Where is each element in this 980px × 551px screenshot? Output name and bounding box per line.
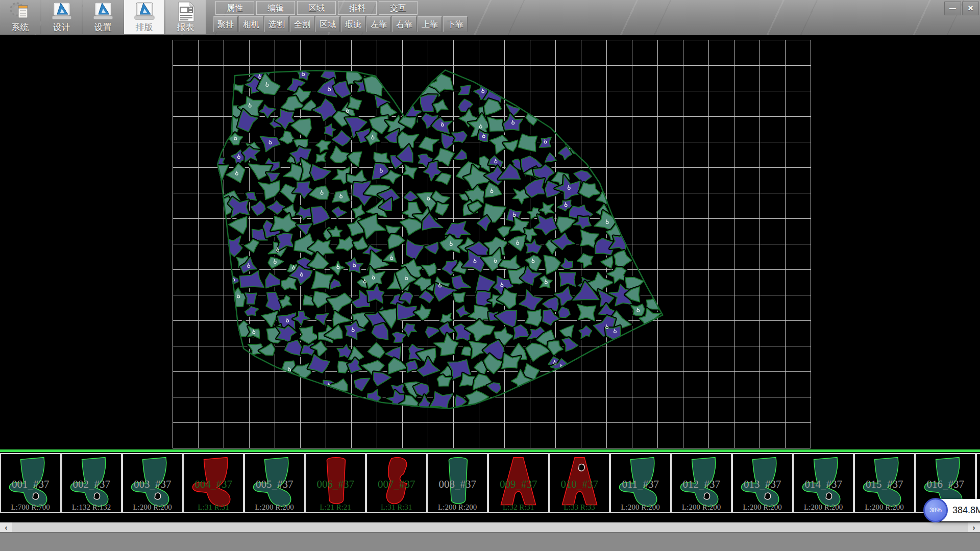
- thumbnail-cell[interactable]: 004_#37L:31 R:31: [183, 453, 244, 513]
- piece-shape: [431, 455, 484, 509]
- main-button-system[interactable]: 系统: [0, 0, 40, 34]
- piece-shape: [126, 455, 179, 509]
- tool-button-align-left[interactable]: 左靠: [366, 16, 391, 32]
- piece-shape: [614, 455, 667, 509]
- tab-properties[interactable]: 属性: [215, 1, 254, 15]
- piece-shape: [858, 455, 911, 509]
- main-button-settings[interactable]: 设置: [83, 0, 123, 34]
- menu-tab-row: 属性编辑区域排料交互: [215, 1, 420, 15]
- thumbnail-cell[interactable]: 013_#37L:200 R:200: [732, 453, 793, 513]
- tool-button-align-bottom[interactable]: 下靠: [443, 16, 468, 32]
- tool-button-align-top[interactable]: 上靠: [418, 16, 442, 32]
- scroll-right-arrow[interactable]: ›: [968, 522, 980, 532]
- thumbnail-cell[interactable]: 012_#37L:200 R:200: [671, 453, 732, 513]
- main-toolbar: 系统设计设置排版报表: [0, 0, 207, 35]
- close-button[interactable]: ×: [962, 2, 979, 15]
- application-window: 系统设计设置排版报表 属性编辑区域排料交互 聚排相机选割全割区域瑕疵左靠右靠上靠…: [0, 0, 980, 551]
- tab-region[interactable]: 区域: [297, 1, 336, 15]
- tool-button-select-cut[interactable]: 选割: [264, 16, 289, 32]
- main-button-label: 设计: [53, 21, 70, 33]
- thumbnail-cell[interactable]: 010_#37L:33 R:33: [549, 453, 610, 513]
- main-button-label: 报表: [177, 21, 194, 33]
- memory-value: 384.8M: [952, 505, 980, 516]
- status-bar: [0, 532, 980, 551]
- thumbnail-cell[interactable]: 008_#37L:200 R:200: [427, 453, 488, 513]
- main-button-label: 设置: [94, 21, 112, 33]
- piece-shape: [553, 455, 606, 509]
- thumbnail-cell[interactable]: 011_#37L:200 R:200: [610, 453, 671, 513]
- piece-shape: [797, 455, 850, 509]
- main-button-label: 系统: [12, 21, 29, 33]
- thumbnail-cell[interactable]: 003_#37L:200 R:200: [122, 453, 183, 513]
- window-controls: ─ ×: [943, 2, 979, 15]
- main-button-design[interactable]: 设计: [41, 0, 82, 34]
- thumbnail-cell[interactable]: 009_#37L:32 R:31: [488, 453, 549, 513]
- horizontal-scrollbar[interactable]: ‹ ›: [0, 522, 980, 532]
- piece-shape: [4, 455, 57, 509]
- thumbnail-cell[interactable]: 007_#37L:31 R:31: [366, 453, 427, 513]
- tool-button-align-right[interactable]: 右靠: [392, 16, 416, 32]
- minimize-button[interactable]: ─: [944, 2, 961, 15]
- piece-id: 017_#37: [977, 478, 980, 491]
- strip-gap: [0, 514, 980, 522]
- thumbnail-cell[interactable]: 002_#37L:132 R:132: [61, 453, 122, 513]
- tool-button-cluster[interactable]: 聚排: [213, 16, 238, 32]
- memory-percent-badge: 38%: [923, 498, 948, 522]
- tool-button-row: 聚排相机选割全割区域瑕疵左靠右靠上靠下靠: [213, 16, 469, 32]
- nesting-canvas[interactable]: [0, 35, 980, 449]
- ruler-icon: [91, 1, 115, 22]
- scroll-left-arrow[interactable]: ‹: [0, 522, 12, 532]
- thumbnail-cell[interactable]: 001_#37L:700 R:700: [0, 453, 61, 513]
- piece-shape: [65, 455, 118, 509]
- piece-shape: [187, 455, 240, 509]
- thumbnail-cell[interactable]: 014_#37L:200 R:200: [793, 453, 854, 513]
- tab-interact[interactable]: 交互: [379, 1, 418, 15]
- tool-button-camera[interactable]: 相机: [239, 16, 263, 32]
- thumbnail-cell[interactable]: 005_#37L:200 R:200: [244, 453, 305, 513]
- piece-shape: [736, 455, 789, 509]
- piece-shape: [370, 455, 423, 509]
- main-button-layout[interactable]: 排版: [124, 0, 164, 34]
- system-icon: [9, 1, 32, 22]
- tab-nesting[interactable]: 排料: [338, 1, 377, 15]
- thumbnail-cell[interactable]: 006_#37L:21 R:21: [305, 453, 366, 513]
- piece-shape: [675, 455, 728, 509]
- piece-shape: [309, 455, 362, 509]
- tool-button-flaw[interactable]: 瑕疵: [341, 16, 365, 32]
- tool-button-cut-all[interactable]: 全割: [290, 16, 314, 32]
- tool-button-region[interactable]: 区域: [315, 16, 340, 32]
- title-bar: 系统设计设置排版报表 属性编辑区域排料交互 聚排相机选割全割区域瑕疵左靠右靠上靠…: [0, 0, 980, 35]
- report-icon: [174, 1, 198, 22]
- piece-shape: [492, 455, 545, 509]
- piece-shape: [248, 455, 301, 509]
- ruler-icon: [133, 1, 156, 22]
- tab-edit[interactable]: 编辑: [256, 1, 295, 15]
- piece-thumbnail-strip: 001_#37L:700 R:700002_#37L:132 R:132003_…: [0, 452, 980, 514]
- main-button-label: 排版: [136, 21, 153, 33]
- thumbnail-cell[interactable]: 015_#37L:200 R:200: [854, 453, 915, 513]
- ruler-icon: [50, 1, 74, 22]
- main-button-report[interactable]: 报表: [165, 0, 206, 34]
- memory-widget[interactable]: 38% 384.8M: [925, 499, 980, 521]
